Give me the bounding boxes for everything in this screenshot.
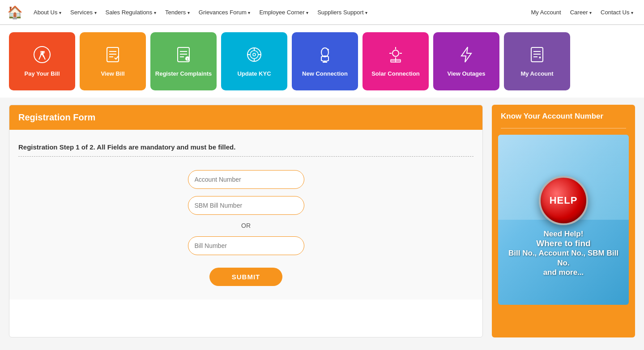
bill-number-input[interactable] [188, 236, 304, 255]
tile-my-account[interactable]: My Account [504, 32, 570, 90]
help-where-text: Where to find [503, 239, 624, 249]
view-outages-icon [457, 45, 476, 67]
nav-tenders[interactable]: Tenders ▾ [162, 9, 193, 16]
registration-form-card: Registration Form Registration Step 1 of… [9, 105, 483, 337]
solar-connection-icon [386, 45, 405, 67]
nav-grievances-forum[interactable]: Grievances Forum ▾ [195, 9, 254, 16]
tile-view-outages[interactable]: View Outages [433, 32, 499, 90]
form-fields: OR SUBMIT [18, 170, 473, 286]
chevron-down-icon: ▾ [188, 10, 190, 15]
svg-point-14 [253, 53, 256, 56]
help-text-block: Need Help! Where to find Bill No., Accou… [498, 230, 629, 277]
tile-solar-connection[interactable]: Solar Connection [363, 32, 429, 90]
help-button-circle: HELP [539, 176, 588, 225]
nav-services[interactable]: Services ▾ [67, 9, 100, 16]
nav-contact-us[interactable]: Contact Us ▾ [597, 9, 637, 16]
sidebar-image-container: HELP Need Help! Where to find Bill No., … [492, 128, 635, 311]
svg-marker-32 [461, 47, 471, 62]
nav-suppliers-support[interactable]: Suppliers Support ▾ [314, 9, 371, 16]
register-complaints-icon: ! [174, 45, 193, 67]
or-divider-text: OR [241, 222, 251, 229]
chevron-down-icon: ▾ [365, 10, 367, 15]
chevron-down-icon: ▾ [94, 10, 97, 15]
chevron-down-icon: ▾ [154, 10, 156, 15]
form-header: Registration Form [9, 105, 482, 130]
tile-update-kyc-label: Update KYC [237, 70, 271, 77]
tile-view-bill-label: View Bill [101, 70, 124, 77]
chevron-down-icon: ▾ [59, 10, 61, 15]
svg-point-24 [392, 50, 399, 56]
tile-view-outages-label: View Outages [447, 70, 485, 77]
form-step-info: Registration Step 1 of 2. All Fields are… [18, 143, 473, 151]
tile-new-connection-label: New Connection [302, 70, 348, 77]
my-account-icon [528, 45, 546, 67]
nav-career[interactable]: Career ▾ [567, 9, 595, 16]
tile-new-connection[interactable]: New Connection [292, 32, 358, 90]
form-title: Registration Form [18, 112, 473, 123]
tile-register-complaints[interactable]: ! Register Complaints [150, 32, 217, 90]
nav-employee-corner[interactable]: Employee Corner ▾ [256, 9, 312, 16]
tile-view-bill[interactable]: View Bill [80, 32, 146, 90]
tile-pay-your-bill[interactable]: ₹ Pay Your Bill [9, 32, 75, 90]
submit-button[interactable]: SUBMIT [209, 268, 283, 286]
chevron-down-icon: ▾ [248, 10, 250, 15]
service-tiles-row: ₹ Pay Your Bill View Bill [0, 25, 644, 98]
home-logo-icon[interactable]: 🏠 [7, 5, 23, 20]
view-bill-icon [103, 45, 122, 67]
tile-my-account-label: My Account [520, 70, 553, 77]
top-navigation: 🏠 About Us ▾ Services ▾ Sales Regulation… [0, 0, 644, 25]
nav-about-us[interactable]: About Us ▾ [30, 9, 65, 16]
nav-sales-regulations[interactable]: Sales Regulations ▾ [102, 9, 160, 16]
help-need-text: Need Help! [503, 230, 624, 239]
sidebar-title: Know Your Account Number [492, 105, 635, 128]
new-connection-icon [316, 45, 334, 67]
account-number-input[interactable] [188, 170, 304, 189]
main-content: Registration Form Registration Step 1 of… [0, 98, 644, 345]
form-divider [18, 156, 473, 157]
tile-solar-connection-label: Solar Connection [371, 70, 420, 77]
help-items-text: Bill No., Account No., SBM Bill No. [503, 248, 624, 268]
chevron-down-icon: ▾ [631, 10, 633, 15]
nav-my-account[interactable]: My Account [528, 9, 565, 16]
tile-register-complaints-label: Register Complaints [155, 70, 212, 77]
form-body: Registration Step 1 of 2. All Fields are… [9, 130, 482, 299]
sidebar-card: Know Your Account Number HELP Need Help!… [492, 105, 635, 337]
svg-point-13 [250, 51, 258, 59]
help-more-text: and more... [503, 268, 624, 277]
pay-bill-icon: ₹ [33, 45, 51, 67]
chevron-down-icon: ▾ [306, 10, 308, 15]
help-image[interactable]: HELP Need Help! Where to find Bill No., … [498, 135, 629, 305]
svg-text:!: ! [187, 57, 188, 61]
chevron-down-icon: ▾ [589, 10, 592, 15]
tile-pay-bill-label: Pay Your Bill [25, 70, 60, 77]
update-kyc-icon [245, 45, 264, 67]
tile-update-kyc[interactable]: Update KYC [221, 32, 287, 90]
sbm-bill-number-input[interactable] [188, 196, 304, 215]
